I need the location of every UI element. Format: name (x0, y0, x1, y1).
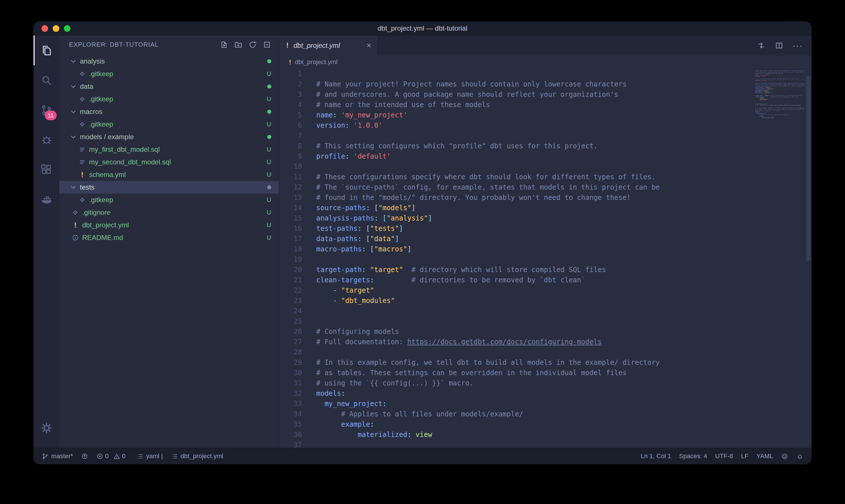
minimize-window-button[interactable] (53, 25, 59, 32)
code-line[interactable]: test-paths: ["tests"] (316, 223, 811, 234)
encoding-indicator[interactable]: UTF-8 (715, 452, 733, 460)
activity-source-control-button[interactable]: 11 (34, 95, 59, 125)
new-file-icon[interactable] (220, 40, 228, 49)
code-line[interactable]: materialized: view (316, 430, 811, 440)
activity-extensions-button[interactable] (34, 155, 59, 184)
code-line[interactable] (316, 440, 811, 448)
minimap-line (755, 118, 805, 120)
smiley-icon (781, 453, 788, 460)
code-line[interactable]: # Configuring models (316, 326, 811, 337)
activity-explorer-button[interactable] (34, 36, 59, 65)
close-window-button[interactable] (41, 25, 48, 32)
code-line[interactable] (316, 69, 811, 79)
chevron-down-icon (70, 183, 77, 191)
code-line[interactable]: version: '1.0.0' (316, 120, 811, 130)
code-line[interactable]: # In this example config, we tell dbt to… (316, 357, 811, 368)
activity-docker-button[interactable] (34, 184, 59, 214)
line-number: 30 (279, 368, 302, 378)
settings-gear-button[interactable] (34, 413, 59, 443)
code-line[interactable] (316, 316, 811, 326)
code-line[interactable]: data-paths: ["data"] (316, 234, 811, 244)
tab-dbt-project-yml[interactable]: ! dbt_project.yml × (279, 36, 378, 56)
code-line[interactable]: source-paths: ["models"] (316, 203, 811, 213)
outline-file-item[interactable]: dbt_project.yml (171, 452, 223, 460)
code-line[interactable]: # found in the "models/" directory. You … (316, 193, 811, 203)
code-line[interactable] (316, 306, 811, 316)
notifications-button[interactable] (796, 453, 804, 460)
language-indicator[interactable]: YAML (756, 452, 773, 460)
tree-item-models-example[interactable]: models / example (59, 130, 279, 143)
tree-item-gitkeep[interactable]: .gitkeepU (59, 68, 279, 80)
code-line[interactable]: name: 'my_new_project' (316, 110, 811, 120)
cursor-position[interactable]: Ln 1, Col 1 (641, 452, 671, 460)
refresh-icon[interactable] (248, 40, 257, 49)
problems-indicator[interactable]: 0 0 (96, 452, 129, 460)
code-line[interactable] (316, 347, 811, 357)
code-line[interactable]: # Applies to all files under models/exam… (316, 409, 811, 419)
line-number: 27 (279, 337, 302, 347)
code-lines[interactable]: # Name your project! Project names shoul… (302, 69, 811, 448)
code-line[interactable]: # The `source-paths` config, for example… (316, 182, 811, 193)
code-line[interactable]: # This setting configures which "profile… (316, 141, 811, 151)
branch-indicator[interactable]: master* (41, 452, 73, 460)
tree-item-label: data (80, 83, 93, 90)
line-number: 22 (279, 285, 302, 295)
code-line[interactable]: models: (316, 388, 811, 399)
code-line[interactable]: profile: 'default' (316, 151, 811, 162)
tree-item-tests[interactable]: tests (59, 181, 279, 194)
indentation-indicator[interactable]: Spaces: 4 (679, 452, 707, 460)
git-untracked-badge: U (267, 196, 271, 204)
collapse-all-icon[interactable] (263, 40, 271, 49)
code-line[interactable]: - "target" (316, 285, 811, 295)
tree-item-label: tests (80, 183, 94, 191)
code-line[interactable] (316, 254, 811, 265)
code-line[interactable] (316, 162, 811, 172)
sync-changes-button[interactable] (81, 453, 88, 460)
minimap[interactable]: # Name your project! Project names shoul… (755, 69, 805, 448)
code-line[interactable]: target-path: "target" # directory which … (316, 265, 811, 275)
tree-item-gitkeep[interactable]: .gitkeepU (59, 194, 279, 206)
tree-item-schema-yml[interactable]: !schema.ymlU (59, 168, 279, 181)
new-folder-icon[interactable] (234, 40, 242, 49)
eol-indicator[interactable]: LF (741, 452, 749, 460)
code-line[interactable]: analysis-paths: ["analysis"] (316, 213, 811, 223)
code-line[interactable]: # Name your project! Project names shoul… (316, 79, 811, 89)
code-line[interactable]: clean-targets: # directories to be remov… (316, 275, 811, 285)
activity-search-button[interactable] (34, 65, 59, 95)
breadcrumb-file[interactable]: dbt_project.yml (295, 58, 338, 66)
code-line[interactable]: example: (316, 419, 811, 430)
line-number: 18 (279, 244, 302, 254)
git-modified-dot (267, 59, 271, 63)
code-line[interactable]: # using the `{{ config(...) }}` macro. (316, 378, 811, 388)
yaml-status-item[interactable]: yaml | (136, 452, 163, 460)
code-line[interactable]: - "dbt_modules" (316, 295, 811, 306)
code-line[interactable]: macro-paths: ["macros"] (316, 244, 811, 254)
tree-item-gitkeep[interactable]: .gitkeepU (59, 93, 279, 105)
zoom-window-button[interactable] (64, 25, 70, 32)
tree-item-my-first-dbt-model-sql[interactable]: my_first_dbt_model.sqlU (59, 143, 279, 156)
code-line[interactable]: # as tables. These settings can be overr… (316, 368, 811, 378)
tree-item-analysis[interactable]: analysis (59, 55, 279, 68)
tree-item-data[interactable]: data (59, 80, 279, 93)
scrollbar-thumb[interactable] (806, 76, 811, 261)
code-line[interactable]: # name or the intended use of these mode… (316, 100, 811, 110)
code-line[interactable]: # and underscores. A good package name s… (316, 89, 811, 100)
error-icon (96, 453, 103, 460)
code-line[interactable] (316, 130, 811, 141)
tree-item-gitkeep[interactable]: .gitkeepU (59, 118, 279, 130)
tree-item-dbt-project-yml[interactable]: !dbt_project.ymlU (59, 219, 279, 231)
tree-item-gitignore[interactable]: .gitignoreU (59, 206, 279, 219)
editor-scrollbar[interactable] (805, 69, 811, 448)
tree-item-macros[interactable]: macros (59, 105, 279, 118)
split-editor-icon[interactable] (775, 41, 784, 50)
code-line[interactable]: # These configurations specify where dbt… (316, 172, 811, 182)
activity-debug-button[interactable] (34, 125, 59, 155)
more-actions-icon[interactable]: ··· (793, 41, 803, 50)
tree-item-readme-md[interactable]: README.mdU (59, 231, 279, 244)
feedback-button[interactable] (781, 453, 788, 460)
code-line[interactable]: my_new_project: (316, 399, 811, 409)
tree-item-my-second-dbt-model-sql[interactable]: my_second_dbt_model.sqlU (59, 156, 279, 168)
close-tab-icon[interactable]: × (367, 41, 371, 50)
code-line[interactable]: # Full documentation: https://docs.getdb… (316, 337, 811, 347)
open-changes-icon[interactable] (757, 41, 766, 50)
